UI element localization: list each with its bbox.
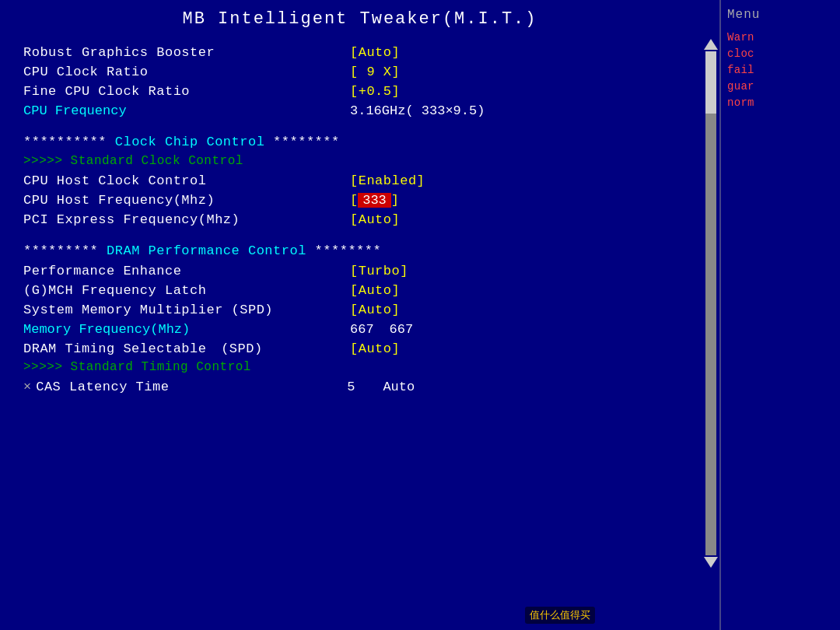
scrollbar-arrow-down[interactable] [704,557,718,568]
dram-timing-value: [Auto] [350,341,400,356]
row-performance-enhance[interactable]: Performance Enhance [Turbo] [23,261,704,281]
cpu-host-clock-label: CPU Host Clock Control [23,173,350,188]
dram-section-title: DRAM Performance Control [107,243,306,258]
cas-prefix: × [23,380,31,394]
cpu-frequency-value: 3.16GHz( 333×9.5) [350,103,485,118]
pci-express-freq-value: [Auto] [350,212,400,227]
clock-asterisks-right: ******** [273,135,340,149]
clock-section-title: Clock Chip Control [115,135,265,149]
row-memory-frequency[interactable]: Memory Frequency(Mhz) 667 667 [23,320,704,339]
side-panel: Menu Warn cloc fail guar norm [719,0,840,630]
cpu-host-freq-label: CPU Host Frequency(Mhz) [23,193,350,208]
cas-latency-value1: 5 [347,380,355,394]
watermark: 值什么值得买 [525,607,595,624]
dram-asterisks-right: ******** [315,243,382,258]
cpu-host-freq-bracket-open: [ [350,193,358,208]
dram-timing-label: DRAM Timing Selectable (SPD) [23,341,350,356]
robust-graphics-label: Robust Graphics Booster [23,45,350,60]
clock-asterisks-left: ********** [23,135,107,149]
memory-freq-label: Memory Frequency(Mhz) [23,322,350,337]
cpu-host-clock-value: [Enabled] [350,173,425,188]
main-panel: MB Intelligent Tweaker(M.I.T.) Robust Gr… [0,0,719,630]
row-fine-cpu-clock-ratio[interactable]: Fine CPU Clock Ratio [+0.5] [23,82,704,101]
perf-enhance-label: Performance Enhance [23,264,350,278]
cpu-frequency-label: CPU Frequency [23,103,350,118]
warning-line-5: norm [727,95,834,111]
gmch-freq-label: (G)MCH Frequency Latch [23,283,350,298]
memory-freq-value2: 667 [390,322,414,337]
side-menu-label: Menu [727,8,834,22]
content-area: Robust Graphics Booster [Auto] CPU Clock… [0,35,719,630]
dram-timing-suffix: (SPD) [221,341,263,356]
cpu-host-freq-value-highlighted: 333 [358,193,391,208]
title-bar: MB Intelligent Tweaker(M.I.T.) [0,0,719,35]
standard-timing-sub-header: >>>>> Standard Timing Control [23,359,704,377]
warning-line-3: fail [727,62,834,79]
gmch-freq-value: [Auto] [350,283,400,298]
side-warning: Warn cloc fail guar norm [727,30,834,111]
clock-section-header: ********** Clock Chip Control ******** [23,131,704,152]
row-gmch-freq-latch[interactable]: (G)MCH Frequency Latch [Auto] [23,281,704,300]
row-cpu-clock-ratio[interactable]: CPU Clock Ratio [ 9 X] [23,62,704,82]
dram-section-header: ********* DRAM Performance Control *****… [23,240,704,261]
memory-freq-value1: 667 [350,322,374,337]
sys-mem-mult-value: [Auto] [350,303,400,317]
cpu-clock-ratio-label: CPU Clock Ratio [23,65,350,79]
row-cpu-host-clock-control[interactable]: CPU Host Clock Control [Enabled] [23,171,704,191]
robust-graphics-value: [Auto] [350,45,400,60]
memory-freq-values: 667 667 [350,322,413,337]
sys-mem-mult-label: System Memory Multiplier (SPD) [23,303,350,317]
cas-latency-values: 5 Auto [347,380,415,394]
dram-asterisks-left: ********* [23,243,98,258]
row-pci-express-freq[interactable]: PCI Express Frequency(Mhz) [Auto] [23,210,704,229]
fine-cpu-clock-ratio-label: Fine CPU Clock Ratio [23,84,350,99]
row-cas-latency[interactable]: × CAS Latency Time 5 Auto [23,377,704,397]
row-cpu-host-frequency[interactable]: CPU Host Frequency(Mhz) [ 333 ] [23,191,704,210]
warning-line-1: Warn [727,30,834,46]
clock-sub-header: >>>>> Standard Clock Control [23,152,704,171]
row-system-memory-multiplier[interactable]: System Memory Multiplier (SPD) [Auto] [23,300,704,320]
row-robust-graphics[interactable]: Robust Graphics Booster [Auto] [23,43,704,62]
pci-express-freq-label: PCI Express Frequency(Mhz) [23,212,350,227]
fine-cpu-clock-ratio-value: [+0.5] [350,84,400,99]
cas-latency-label: CAS Latency Time [36,380,347,394]
page-title: MB Intelligent Tweaker(M.I.T.) [182,9,537,29]
scrollbar-arrow-up[interactable] [704,39,718,50]
scrollbar[interactable] [702,39,719,568]
cas-latency-value2: Auto [383,380,415,394]
scrollbar-track[interactable] [705,51,716,555]
warning-line-2: cloc [727,46,834,62]
cpu-clock-ratio-value: [ 9 X] [350,65,400,79]
row-dram-timing-selectable[interactable]: DRAM Timing Selectable (SPD) [Auto] [23,339,704,359]
scrollbar-thumb[interactable] [705,51,716,114]
perf-enhance-value: [Turbo] [350,264,408,278]
warning-line-4: guar [727,79,834,95]
row-cpu-frequency: CPU Frequency 3.16GHz( 333×9.5) [23,101,704,121]
cpu-host-freq-bracket-close: ] [391,193,399,208]
